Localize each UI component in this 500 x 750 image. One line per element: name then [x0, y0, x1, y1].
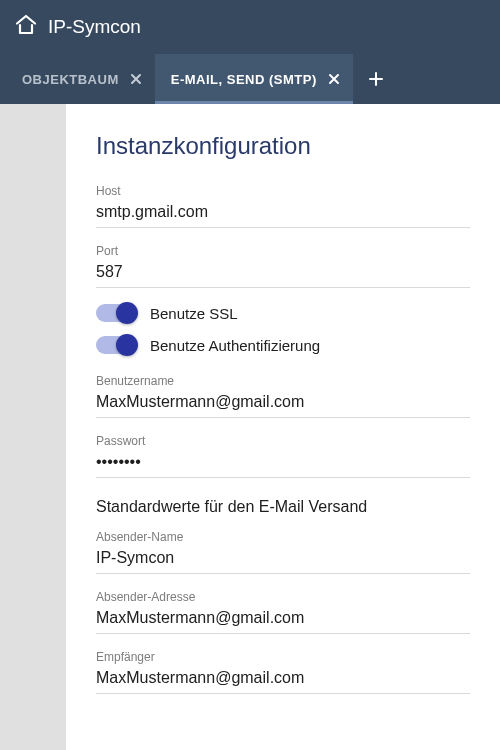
ssl-toggle-label: Benutze SSL: [150, 305, 238, 322]
defaults-heading: Standardwerte für den E-Mail Versand: [96, 498, 470, 516]
field-recipient: Empfänger: [96, 650, 470, 694]
field-sender-address: Absender-Adresse: [96, 590, 470, 634]
recipient-label: Empfänger: [96, 650, 470, 664]
toggle-ssl-row: Benutze SSL: [96, 304, 470, 322]
tab-email-send-smtp[interactable]: E-MAIL, SEND (SMTP): [155, 54, 353, 104]
close-icon[interactable]: [129, 72, 143, 86]
field-password: Passwort: [96, 434, 470, 478]
password-input[interactable]: [96, 450, 470, 478]
port-label: Port: [96, 244, 470, 258]
tab-objektbaum[interactable]: OBJEKTBAUM: [6, 54, 155, 104]
add-tab-button[interactable]: [353, 54, 399, 104]
content-area: Instanzkonfiguration Host Port Benutze S…: [0, 104, 500, 750]
config-panel: Instanzkonfiguration Host Port Benutze S…: [66, 104, 500, 750]
auth-toggle-label: Benutze Authentifizierung: [150, 337, 320, 354]
ssl-toggle[interactable]: [96, 304, 136, 322]
auth-toggle[interactable]: [96, 336, 136, 354]
host-label: Host: [96, 184, 470, 198]
sender-address-label: Absender-Adresse: [96, 590, 470, 604]
field-username: Benutzername: [96, 374, 470, 418]
host-input[interactable]: [96, 200, 470, 228]
sender-name-label: Absender-Name: [96, 530, 470, 544]
app-title: IP-Symcon: [48, 16, 141, 38]
field-host: Host: [96, 184, 470, 228]
sender-name-input[interactable]: [96, 546, 470, 574]
username-label: Benutzername: [96, 374, 470, 388]
password-label: Passwort: [96, 434, 470, 448]
toggle-auth-row: Benutze Authentifizierung: [96, 336, 470, 354]
port-input[interactable]: [96, 260, 470, 288]
sender-address-input[interactable]: [96, 606, 470, 634]
field-sender-name: Absender-Name: [96, 530, 470, 574]
home-icon: [14, 13, 38, 41]
app-header: IP-Symcon: [0, 0, 500, 54]
username-input[interactable]: [96, 390, 470, 418]
close-icon[interactable]: [327, 72, 341, 86]
recipient-input[interactable]: [96, 666, 470, 694]
tab-label: E-MAIL, SEND (SMTP): [171, 72, 317, 87]
tab-label: OBJEKTBAUM: [22, 72, 119, 87]
field-port: Port: [96, 244, 470, 288]
tab-bar: OBJEKTBAUM E-MAIL, SEND (SMTP): [0, 54, 500, 104]
panel-title: Instanzkonfiguration: [96, 132, 470, 160]
